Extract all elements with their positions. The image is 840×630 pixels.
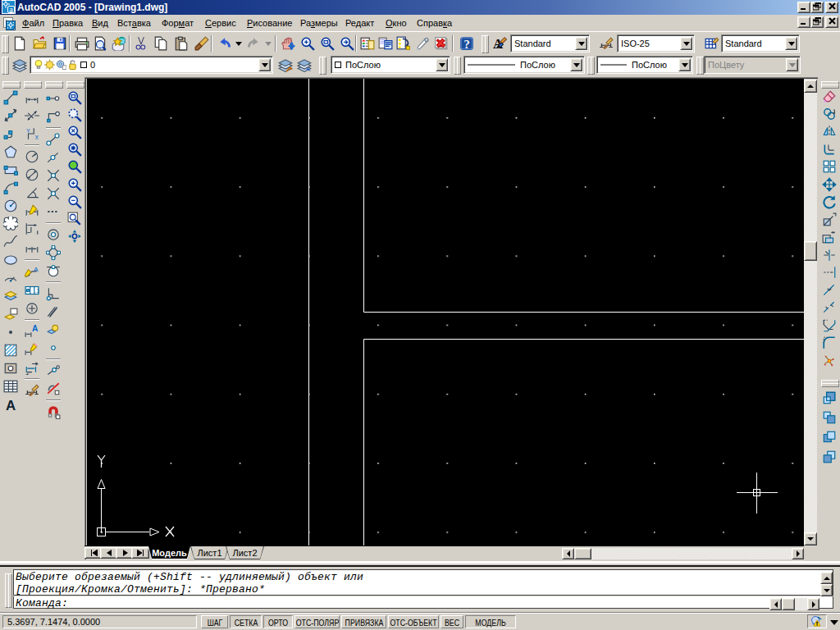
svg-text:a: a: [9, 5, 13, 14]
